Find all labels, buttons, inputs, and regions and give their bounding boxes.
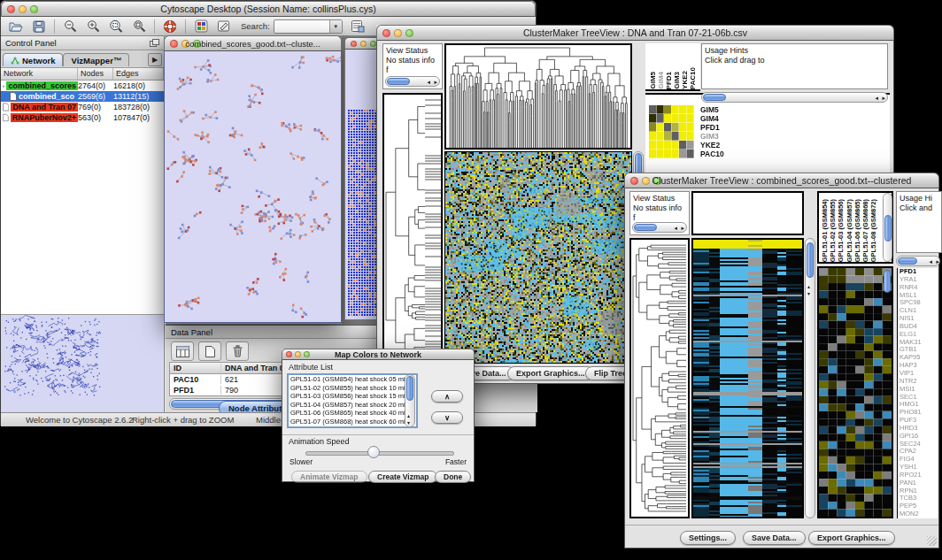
move-down-button[interactable]: ∨ — [431, 411, 463, 424]
attribute-item[interactable]: GPL51-01 (GSM854) heat shock 05 min — [290, 375, 416, 384]
row-dendrogram[interactable] — [382, 93, 443, 364]
export-graphics-button[interactable]: Export Graphics... — [507, 366, 594, 380]
attribute-vscrollbar[interactable]: ▴▾ — [405, 374, 415, 427]
settings-button[interactable]: Settings... — [680, 531, 736, 545]
summary-heatmap[interactable] — [649, 105, 694, 158]
array-column-label[interactable]: GPL51-06 (GSM865) — [853, 199, 861, 262]
close-icon[interactable] — [382, 29, 390, 37]
col-network[interactable]: Network — [1, 68, 78, 80]
zoom-window-icon[interactable] — [30, 5, 38, 13]
minimize-icon[interactable] — [642, 177, 650, 185]
save-icon[interactable] — [31, 19, 47, 34]
heatmap-main[interactable] — [444, 151, 632, 364]
help-lifering-icon[interactable] — [162, 19, 178, 34]
column-dendrogram[interactable] — [444, 43, 632, 150]
row-dendrogram[interactable] — [629, 238, 690, 518]
close-icon[interactable] — [7, 5, 15, 13]
gene-row-label[interactable]: PAC10 — [700, 150, 724, 158]
minimize-icon[interactable] — [394, 29, 402, 37]
zoom-out-icon[interactable] — [62, 19, 78, 34]
network-row[interactable]: DNA and Tran 07 769(0) 183728(0) — [1, 102, 164, 112]
gene-column-label[interactable]: PFD1 — [665, 72, 673, 89]
array-column-label[interactable]: GPL51-02 (GSM855) — [829, 199, 837, 262]
zoom-in-icon[interactable] — [85, 19, 101, 34]
minimize-icon[interactable] — [181, 40, 189, 48]
network-canvas-area[interactable] — [164, 51, 342, 323]
attribute-item[interactable]: GPL51-04 (GSM857) heat shock 20 min — [290, 401, 416, 410]
zoom-window-icon[interactable] — [653, 177, 661, 185]
tab-network[interactable]: Network — [3, 53, 63, 66]
gene-row-label[interactable]: GIM4 — [700, 114, 724, 123]
array-column-label[interactable]: GPL51-07 (GSM868) — [861, 199, 869, 262]
network-row[interactable]: combined_scores 2764(0) 16218(0) — [1, 81, 164, 91]
network-row[interactable]: RNAPuberNov2+ 563(0) 107847(0) — [1, 112, 164, 123]
heatmap-vscrollbar[interactable]: ▴▾ — [805, 238, 815, 518]
gene-label[interactable]: MON2 — [900, 510, 938, 518]
gene-row-label[interactable]: GIM5 — [700, 105, 724, 114]
treeview1-title-bar[interactable]: ClusterMaker TreeView : DNA and Tran 07-… — [376, 25, 894, 41]
close-icon[interactable] — [286, 351, 292, 357]
col-nodes[interactable]: Nodes — [78, 68, 113, 80]
summary-heatmap-panel[interactable] — [817, 266, 893, 518]
birdseye-view[interactable] — [1, 315, 163, 416]
labels-vscrollbar[interactable] — [883, 193, 892, 262]
zoom-window-icon[interactable] — [304, 351, 310, 357]
save-data-button[interactable]: Save Data... — [743, 531, 806, 545]
network-window-title-bar[interactable]: combined_scores_good.txt--cluste... — [164, 35, 342, 51]
treeview2-title-bar[interactable]: ClusterMaker TreeView : combined_scores_… — [624, 173, 939, 188]
array-column-label[interactable]: GPL51-04 (GSM857) — [845, 199, 853, 262]
gene-column-label[interactable]: PAC10 — [689, 67, 697, 89]
usage-hscrollbar[interactable]: ◂▸ — [896, 256, 940, 266]
attribute-select-icon[interactable] — [171, 341, 194, 361]
zoom-window-icon[interactable] — [370, 41, 376, 47]
gene-row-label[interactable]: YKE2 — [700, 141, 724, 150]
done-button[interactable]: Done — [435, 471, 471, 483]
animate-vizmap-button[interactable]: Animate Vizmap — [291, 471, 367, 483]
col-id[interactable]: ID — [170, 364, 221, 372]
tab-vizmapper[interactable]: VizMapper™ — [63, 53, 129, 66]
attribute-item[interactable]: GPL51-06 (GSM865) heat shock 40 min — [290, 409, 416, 418]
close-icon[interactable] — [351, 41, 357, 47]
create-vizmap-button[interactable]: Create Vizmap — [368, 471, 437, 483]
status-hscrollbar[interactable]: ◂▸ — [632, 222, 687, 233]
network-row-selected[interactable]: combined_sco 2569(6) 13112(15) — [1, 91, 164, 102]
heatmap-main[interactable] — [691, 238, 804, 518]
usage-hscrollbar[interactable]: ◂▸ — [701, 92, 888, 103]
more-tabs-icon[interactable]: ▶ — [148, 53, 162, 66]
resize-grip[interactable] — [927, 536, 937, 546]
array-column-label[interactable]: GPL51-01 (GSM854) — [821, 199, 829, 262]
gene-column-label[interactable]: YKE2 — [681, 71, 689, 89]
attribute-browser-icon[interactable] — [350, 19, 366, 34]
zoom-window-icon[interactable] — [193, 40, 201, 48]
col-edges[interactable]: Edges — [113, 68, 164, 80]
array-column-label[interactable]: GPL51-08 (GSM872) — [869, 199, 877, 262]
animation-speed-slider[interactable] — [305, 451, 454, 456]
gene-column-label[interactable]: GIM3 — [673, 72, 681, 89]
minimize-icon[interactable] — [295, 351, 301, 357]
gene-column-label[interactable]: GIM5 — [649, 72, 657, 89]
gene-row-label[interactable]: PFD1 — [700, 123, 724, 132]
minimize-icon[interactable] — [19, 5, 27, 13]
array-column-label[interactable]: GPL51-03 (GSM856) — [837, 199, 845, 262]
open-icon[interactable] — [8, 19, 24, 34]
annotation-icon[interactable] — [216, 19, 232, 34]
close-icon[interactable] — [170, 40, 178, 48]
status-hscrollbar[interactable]: ◂▸ — [385, 76, 440, 87]
window-controls[interactable] — [7, 5, 38, 13]
new-attribute-icon[interactable] — [198, 341, 221, 361]
slider-thumb[interactable] — [367, 446, 380, 458]
attribute-item[interactable]: GPL51-03 (GSM856) heat shock 15 min — [290, 392, 416, 401]
attribute-item[interactable]: GPL51-02 (GSM855) heat shock 10 min — [290, 384, 416, 393]
attribute-item[interactable]: GPL51-07 (GSM868) heat shock 60 min — [290, 418, 416, 426]
vizmapper-icon[interactable] — [193, 19, 209, 34]
gene-column-label[interactable]: GIM4 — [657, 72, 665, 89]
summary-vscrollbar[interactable] — [884, 268, 892, 357]
close-icon[interactable] — [630, 177, 638, 185]
search-input[interactable]: ▼ — [274, 19, 343, 34]
move-up-button[interactable]: ∧ — [431, 390, 463, 403]
gene-row-label[interactable]: GIM3 — [700, 132, 724, 141]
export-graphics-button[interactable]: Export Graphics... — [808, 531, 895, 545]
float-panel-icon[interactable] — [150, 39, 159, 47]
column-dendrogram[interactable] — [691, 191, 804, 235]
chevron-down-icon[interactable]: ▼ — [329, 20, 342, 33]
